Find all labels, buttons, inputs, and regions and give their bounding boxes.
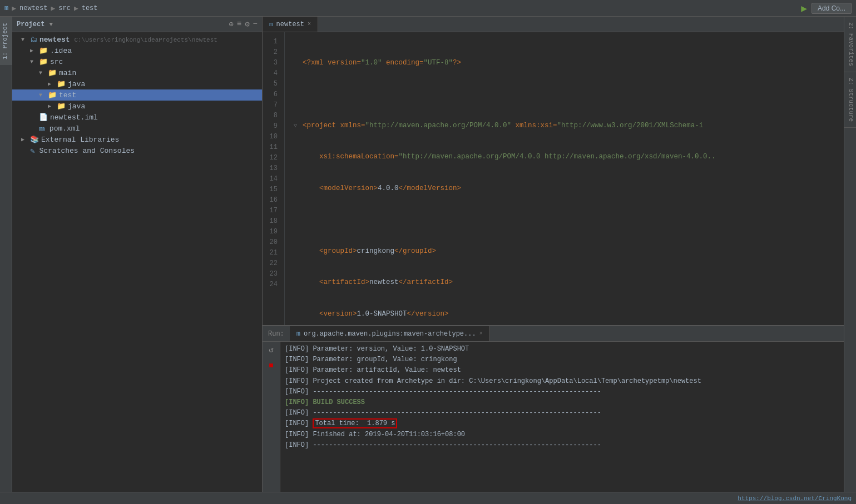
code-line-7: <groupId>cringkong</groupId> xyxy=(294,246,835,257)
add-config-button[interactable]: Add Co... xyxy=(812,3,852,14)
tree-item-scratches[interactable]: ▶ ✎ Scratches and Consoles xyxy=(12,145,262,157)
breadcrumb-test: test xyxy=(82,4,98,12)
arrow-root: ▼ xyxy=(21,37,30,43)
code-content[interactable]: <?xml version="1.0" encoding="UTF-8"?> ▽… xyxy=(285,32,844,325)
console-line-8: [INFO] Total time: 1.879 s xyxy=(285,418,839,429)
tree-label-java-main: java xyxy=(68,80,85,88)
arrow-idea: ▶ xyxy=(30,47,39,54)
console-line-3: [INFO] Parameter: artifactId, Value: new… xyxy=(285,365,839,376)
dropdown-arrow[interactable]: ▼ xyxy=(49,21,53,28)
main-area: 1: Project Project ▼ ⊕ ≡ ⚙ − ▼ 🗂 newtest… xyxy=(0,17,856,492)
tree-item-idea[interactable]: ▶ 📁 .idea xyxy=(12,45,262,56)
run-icon: ▶ xyxy=(801,2,807,14)
tree-item-src[interactable]: ▼ 📁 src xyxy=(12,56,262,67)
restart-icon[interactable]: ↺ xyxy=(268,344,274,356)
minimize-icon[interactable]: − xyxy=(253,19,258,29)
tab-label: newtest xyxy=(276,21,304,28)
tab-maven-icon: m xyxy=(269,21,273,28)
tree-label-ext-libs: External Libraries xyxy=(41,136,119,144)
arrow-test: ▼ xyxy=(39,92,48,98)
folder-icon-src: 📁 xyxy=(39,57,48,66)
tree-label-iml: newtest.iml xyxy=(50,113,98,122)
tree-item-ext-libs[interactable]: ▶ 📚 External Libraries xyxy=(12,134,262,145)
settings-icon[interactable]: ≡ xyxy=(237,19,241,29)
tree-label-java-test: java xyxy=(68,102,85,111)
tree-label-src: src xyxy=(50,58,63,66)
run-label: Run: xyxy=(263,326,290,341)
console-output: [INFO] Parameter: version, Value: 1.0-SN… xyxy=(280,342,844,492)
arrow-ext-libs: ▶ xyxy=(21,136,30,143)
app-logo: m xyxy=(4,4,8,12)
console-tab-close[interactable]: × xyxy=(479,331,483,337)
tab-close-button[interactable]: × xyxy=(308,21,311,27)
code-line-9: <version>1.0-SNAPSHOT</version> xyxy=(294,309,835,320)
console-tab-label: org.apache.maven.plugins:maven-archetype… xyxy=(304,330,476,338)
lib-icon-ext: 📚 xyxy=(30,135,39,144)
code-line-1: <?xml version="1.0" encoding="UTF-8"?> xyxy=(294,58,835,68)
arrow-java-main: ▶ xyxy=(48,81,57,87)
code-line-5: <modelVersion>4.0.0</modelVersion> xyxy=(294,183,835,194)
code-line-8: <artifactId>newtest</artifactId> xyxy=(294,277,835,288)
scratch-icon: ✎ xyxy=(30,146,34,156)
bottom-tabs: Run: m org.apache.maven.plugins:maven-ar… xyxy=(263,326,844,342)
code-area[interactable]: 12345 678910 1112131415 1617181920 21222… xyxy=(263,32,844,325)
console-line-1: [INFO] Parameter: version, Value: 1.0-SN… xyxy=(285,344,839,355)
editor-area: m newtest × 12345 678910 1112131415 1617… xyxy=(263,17,844,492)
gear-icon[interactable]: ⚙ xyxy=(245,19,249,29)
folder-icon-test: 📁 xyxy=(48,91,57,99)
tab-project[interactable]: 1: Project xyxy=(0,17,12,65)
fold-3[interactable]: ▽ xyxy=(294,122,303,130)
project-title: Project xyxy=(17,21,44,28)
editor-tabs: m newtest × xyxy=(263,17,844,32)
folder-icon-java-main: 📁 xyxy=(57,79,66,88)
maven-icon-pom: m xyxy=(39,124,45,133)
tree-label-test: test xyxy=(59,91,76,99)
arrow-src: ▼ xyxy=(30,59,39,65)
console-line-2: [INFO] Parameter: groupId, Value: cringk… xyxy=(285,355,839,365)
code-line-6 xyxy=(294,214,835,225)
folder-icon-idea: 📁 xyxy=(39,46,48,55)
arrow-main: ▼ xyxy=(39,70,48,76)
tree-item-iml[interactable]: ▶ 📄 newtest.iml xyxy=(12,112,262,123)
line-numbers: 12345 678910 1112131415 1617181920 21222… xyxy=(263,32,285,325)
console-line-4: [INFO] Project created from Archetype in… xyxy=(285,376,839,387)
tree-item-java-main[interactable]: ▶ 📁 java xyxy=(12,78,262,89)
tree-item-test[interactable]: ▼ 📁 test xyxy=(12,89,262,101)
tab-favorites[interactable]: 2: Favorites xyxy=(844,17,856,72)
console-tab-maven-icon: m xyxy=(296,330,300,338)
sync-icon[interactable]: ⊕ xyxy=(229,19,233,29)
console-tab[interactable]: m org.apache.maven.plugins:maven-archety… xyxy=(290,326,490,341)
left-tabs: 1: Project xyxy=(0,17,12,492)
tree-item-main[interactable]: ▼ 📁 main xyxy=(12,67,262,78)
tab-structure-right[interactable]: Z: Structure xyxy=(844,72,856,128)
tree-item-pom[interactable]: ▶ m pom.xml xyxy=(12,123,262,134)
status-url[interactable]: https://blog.csdn.net/CringKong xyxy=(738,495,852,502)
tree-item-java-test[interactable]: ▶ 📁 java xyxy=(12,101,262,112)
console-line-7: [INFO] ---------------------------------… xyxy=(285,408,839,418)
bottom-panel: Run: m org.apache.maven.plugins:maven-ar… xyxy=(263,325,844,492)
code-line-3: ▽ <project xmlns="http://maven.apache.or… xyxy=(294,121,835,131)
stop-icon[interactable]: ■ xyxy=(268,360,274,371)
console-sidebar: ↺ ■ xyxy=(263,342,280,492)
editor-tab-newtest[interactable]: m newtest × xyxy=(263,17,318,32)
code-line-4: xsi:schemaLocation="http://maven.apache.… xyxy=(294,152,835,162)
project-icon: 🗂 xyxy=(30,36,37,44)
right-tabs: 2: Favorites Z: Structure xyxy=(844,17,856,492)
file-icon-iml: 📄 xyxy=(39,113,48,122)
console-line-9: [INFO] Finished at: 2019-04-20T11:03:16+… xyxy=(285,430,839,440)
tree-label-root: newtest C:\Users\cringkong\IdeaProjects\… xyxy=(39,36,217,44)
console-line-10: [INFO] ---------------------------------… xyxy=(285,440,839,451)
tree-label-idea: .idea xyxy=(50,47,72,55)
total-time-highlight: Total time: 1.879 s xyxy=(313,418,397,428)
project-header: Project ▼ ⊕ ≡ ⚙ − xyxy=(12,17,262,32)
project-panel: Project ▼ ⊕ ≡ ⚙ − ▼ 🗂 newtest C:\Users\c… xyxy=(12,17,263,492)
console-line-6: [INFO] BUILD SUCCESS xyxy=(285,397,839,408)
fold-1 xyxy=(294,59,303,67)
console-line-5: [INFO] ---------------------------------… xyxy=(285,387,839,397)
tree-item-root[interactable]: ▼ 🗂 newtest C:\Users\cringkong\IdeaProje… xyxy=(12,34,262,45)
arrow-java-test: ▶ xyxy=(48,103,57,109)
folder-icon-main: 📁 xyxy=(48,68,57,77)
tree-label-scratches: Scratches and Consoles xyxy=(39,147,135,155)
code-line-2 xyxy=(294,89,835,99)
console-area: ↺ ■ [INFO] Parameter: version, Value: 1.… xyxy=(263,342,844,492)
